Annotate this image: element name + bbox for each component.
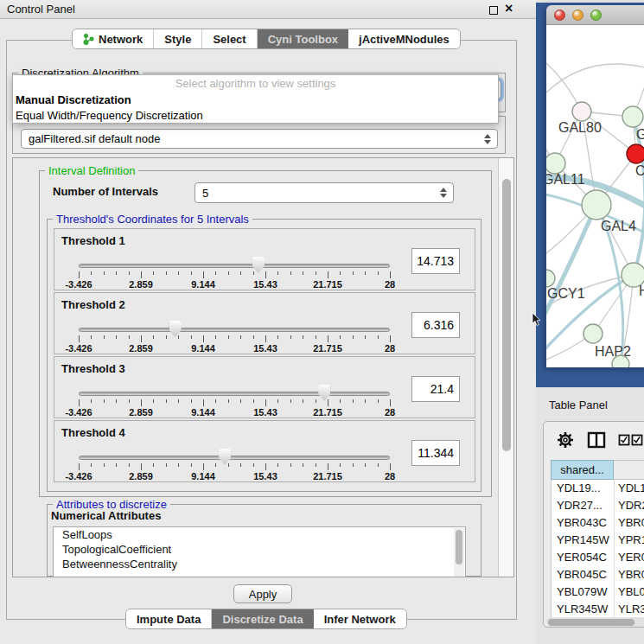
number-of-intervals-combobox[interactable]: 5 [194, 182, 454, 203]
slider-tick [116, 463, 117, 467]
threshold-slider-handle[interactable] [318, 385, 330, 401]
slider-tick [116, 335, 117, 339]
threshold-value-field[interactable]: 6.316 [411, 312, 460, 338]
table-row[interactable]: YLR345WYLR3 [552, 601, 644, 618]
settings-gear-icon[interactable] [556, 430, 575, 450]
cell-shared-name: YDL19... [552, 480, 615, 497]
threshold-value-field[interactable]: 14.713 [411, 248, 460, 274]
attribute-list-item[interactable]: TopologicalCoefficient [54, 542, 465, 557]
table-row[interactable]: YBL079WYBL0 [552, 583, 644, 601]
tab-impute-data[interactable]: Impute Data [126, 609, 212, 628]
apply-button[interactable]: Apply [233, 584, 292, 603]
threshold-value-field[interactable]: 11.344 [411, 440, 460, 466]
tab-style[interactable]: Style [154, 29, 202, 48]
slider-tick [91, 271, 92, 275]
slider-tick-label: 21.715 [302, 343, 354, 354]
select-columns-icon[interactable] [618, 433, 644, 447]
mac-close-button[interactable] [554, 10, 565, 21]
slider-tick [316, 399, 316, 403]
tab-network[interactable]: Network [73, 29, 154, 48]
slider-tick [203, 463, 204, 470]
network-icon [83, 34, 94, 45]
slider-tick [91, 335, 92, 339]
slider-tick [91, 399, 92, 403]
table-row[interactable]: YER054CYER0 [552, 549, 644, 566]
network-node-g[interactable] [622, 106, 643, 127]
algorithm-option-equal-width[interactable]: Equal Width/Frequency Discretization [13, 108, 498, 124]
threshold-value-field[interactable]: 21.4 [411, 376, 460, 402]
slider-tick-label: 2.859 [115, 343, 167, 354]
scrollbar-thumb[interactable] [502, 179, 511, 451]
slider-tick [265, 335, 266, 342]
network-node-label: GAL11 [546, 172, 585, 187]
attribute-list-item[interactable]: SelfLoops [54, 527, 465, 542]
mac-minimize-button[interactable] [572, 10, 583, 21]
algorithm-option-manual[interactable]: Manual Discretization [13, 92, 498, 108]
network-node-gal80[interactable] [572, 102, 591, 121]
table-row[interactable]: YBR045CYBR0 [552, 566, 644, 583]
table-row[interactable]: YPR145WYPR1 [552, 532, 644, 549]
numerical-attributes-list[interactable]: SelfLoopsTopologicalCoefficientBetweenne… [53, 526, 466, 577]
slider-tick [390, 271, 391, 278]
slider-tick-label: 9.144 [177, 407, 229, 418]
slider-tick [141, 463, 142, 470]
table-row[interactable]: YDR27...YDR2 [552, 497, 644, 514]
column-header-name[interactable]: na [614, 460, 644, 480]
slider-tick [191, 271, 192, 275]
slider-tick [104, 335, 105, 339]
close-icon[interactable]: × [505, 1, 513, 16]
table-row[interactable]: YDL19...YDL1 [552, 480, 644, 497]
mouse-cursor [532, 313, 542, 327]
mac-zoom-button[interactable] [590, 10, 602, 21]
threshold-slider-handle[interactable] [219, 449, 231, 465]
slider-tick [215, 271, 216, 275]
combo-spinner-icon [484, 134, 491, 144]
tab-select[interactable]: Select [202, 29, 257, 48]
threshold-slider-handle[interactable] [169, 321, 182, 337]
slider-tick [191, 463, 192, 467]
slider-tick [328, 399, 328, 406]
slider-tick-label: 21.715 [302, 471, 354, 481]
network-node-gal4[interactable] [582, 190, 611, 220]
slider-tick [79, 271, 80, 278]
network-edge [546, 64, 644, 99]
threshold-slider-track[interactable] [79, 456, 390, 460]
network-canvas[interactable]: GAL80GCGAL11GAL4GCY1HHAP2 [546, 25, 644, 367]
network-node-label: GAL4 [601, 219, 636, 233]
slider-tick [253, 463, 254, 467]
network-node-gcy1[interactable] [546, 270, 555, 287]
settings-vertical-scrollbar[interactable] [498, 158, 513, 577]
slider-tick [215, 463, 216, 467]
slider-tick [340, 271, 341, 275]
attribute-list-item[interactable]: BetweennessCentrality [54, 557, 465, 571]
scrollbar-thumb[interactable] [548, 619, 634, 626]
float-window-icon[interactable] [489, 6, 498, 15]
slider-tick [303, 463, 303, 467]
table-row[interactable]: YBR043CYBR0 [552, 514, 644, 532]
threshold-slider-track[interactable] [79, 392, 390, 396]
network-node[interactable] [612, 355, 629, 367]
tab-infer-network[interactable]: Infer Network [314, 609, 406, 628]
tab-discretize-data[interactable]: Discretize Data [212, 609, 313, 628]
slider-tick [153, 399, 154, 403]
threshold-slider-track[interactable] [79, 264, 390, 268]
column-header-shared-name[interactable]: shared... [551, 460, 614, 480]
slider-tick-label: 15.43 [239, 279, 291, 290]
slider-tick [228, 399, 229, 403]
node-table[interactable]: shared... na YDL19...YDL1YDR27...YDR2YBR… [551, 460, 644, 628]
slider-tick [390, 399, 391, 406]
table-data-combobox[interactable]: galFiltered.sif default node [21, 129, 498, 149]
tab-jactivemnodules[interactable]: jActiveMNodules [348, 29, 460, 48]
network-node-c[interactable] [627, 144, 644, 163]
network-node-gal11[interactable] [546, 153, 565, 174]
slider-tick [353, 463, 354, 467]
network-node-hap2[interactable] [583, 324, 603, 343]
split-columns-icon[interactable] [587, 431, 606, 449]
tab-cyni-toolbox[interactable]: Cyni Toolbox [258, 29, 348, 48]
table-horizontal-scrollbar[interactable] [546, 617, 644, 627]
attributes-scrollbar[interactable] [454, 528, 464, 577]
threshold-slider-track[interactable] [79, 328, 390, 332]
slider-tick [290, 271, 291, 275]
network-window-titlebar[interactable] [546, 5, 644, 25]
threshold-slider-handle[interactable] [252, 257, 265, 273]
